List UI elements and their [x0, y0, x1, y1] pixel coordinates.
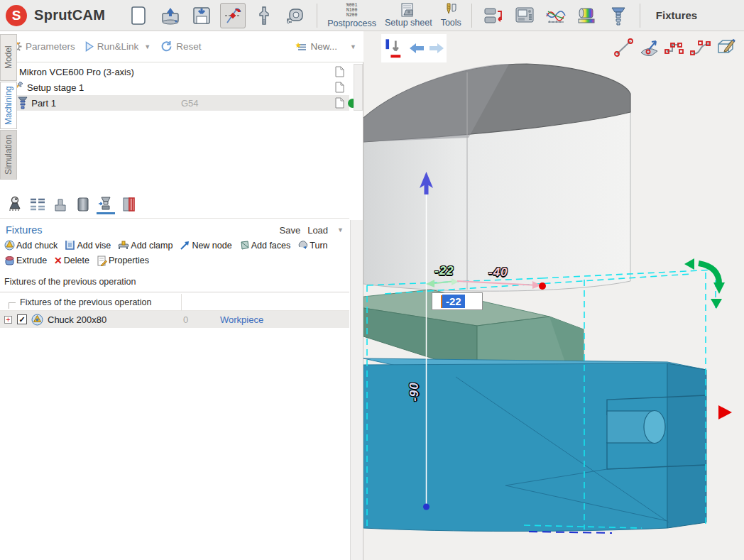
turn-button[interactable]: Turn — [297, 240, 327, 251]
surface-icon[interactable] — [639, 37, 660, 58]
fixture-value: 0 — [183, 314, 188, 325]
edit-3d-icon[interactable] — [716, 37, 737, 58]
open-file-icon[interactable] — [158, 3, 183, 28]
polyline-icon[interactable] — [664, 37, 686, 58]
tab-model[interactable]: Model — [0, 34, 17, 81]
app-window: S SprutCAM %001 N100 N200 Postprocess — [0, 0, 744, 560]
expand-plus-icon[interactable]: + — [4, 316, 12, 324]
workflow-icon[interactable] — [481, 3, 506, 28]
line-icon[interactable] — [613, 37, 635, 58]
tree-line — [9, 302, 16, 309]
fixtures-heading: Fixtures — [6, 224, 43, 236]
clamp-icon — [118, 240, 129, 251]
tab-simulation[interactable]: Simulation — [0, 130, 17, 180]
fixtures-table-header: Fixtures of the previous operation — [0, 294, 349, 311]
dimension-input[interactable]: -22 — [432, 292, 483, 310]
viewport-3d[interactable]: -22 -40 -90 -22 — [363, 31, 744, 560]
fixtures-header: Fixtures Save Load ▼ — [0, 220, 349, 240]
nc-code-icon: %001 N100 N200 — [346, 3, 358, 18]
new-operation-button[interactable]: New... ▼ — [295, 41, 356, 53]
left-panel: Mikron VCE600 Pro (3-axis) − Setup stage… — [0, 62, 363, 560]
tab-machining-result[interactable] — [119, 196, 138, 214]
curves-icon[interactable] — [543, 3, 569, 28]
tool-rainbow-icon[interactable] — [574, 3, 600, 28]
forward-arrow-button[interactable] — [429, 43, 444, 54]
prev-fixtures-label: Fixtures of the previous operation — [4, 277, 136, 287]
document-icon[interactable] — [335, 97, 344, 111]
chuck-icon — [31, 314, 43, 326]
tab-machining[interactable]: Machining — [0, 82, 17, 129]
new-document-icon[interactable] — [126, 3, 152, 28]
new-list-icon — [295, 41, 308, 53]
dimension-label-pink: -40 — [488, 265, 508, 280]
tree-item-setup-stage[interactable]: − Setup stage 1 — [0, 79, 349, 95]
new-node-button[interactable]: New node — [180, 240, 231, 251]
extrude-button[interactable]: Extrude — [4, 256, 47, 266]
input-selected-text: -22 — [442, 295, 465, 308]
chuck-icon — [4, 240, 15, 251]
brand-name: SprutCAM — [34, 7, 105, 23]
tab-stock[interactable] — [51, 196, 70, 214]
fixture-name: Chuck 200x80 — [48, 314, 106, 325]
coordinate-system-icon[interactable] — [383, 38, 405, 59]
document-icon[interactable] — [335, 66, 344, 79]
play-icon — [85, 41, 94, 52]
reset-button[interactable]: Reset — [160, 40, 201, 53]
add-faces-button[interactable]: Add faces — [239, 240, 291, 251]
chevron-down-icon[interactable]: ▼ — [350, 43, 356, 50]
chevron-down-icon[interactable]: ▼ — [337, 226, 344, 234]
load-button[interactable]: Load — [307, 225, 328, 236]
panel-tab-icons — [0, 196, 349, 219]
back-arrow-button[interactable] — [409, 43, 425, 54]
fixture-checkbox[interactable]: ✓ — [17, 314, 27, 324]
setup-sheet-icon — [400, 3, 416, 17]
tree-scrollbar[interactable] — [354, 64, 363, 111]
document-icon[interactable] — [335, 82, 344, 95]
panel-scrollbar[interactable] — [350, 220, 363, 560]
add-clamp-button[interactable]: Add clamp — [118, 240, 173, 251]
parameters-button[interactable]: Parameters — [10, 40, 75, 53]
tab-operations-list[interactable] — [28, 196, 47, 214]
delete-button[interactable]: ✕ Delete — [54, 255, 89, 266]
fixture-chuck-icon[interactable] — [606, 3, 631, 28]
part-fixture-icon — [18, 97, 28, 109]
turn-icon — [297, 240, 308, 251]
tape-measure-icon[interactable] — [283, 3, 308, 28]
tree-item-part[interactable]: └ Part 1 G54 — [0, 95, 349, 111]
spline-icon[interactable] — [690, 37, 711, 58]
caliper-icon[interactable] — [251, 3, 277, 28]
run-link-button[interactable]: Run&Link ▼ — [85, 41, 151, 52]
dimension-label-green: -22 — [434, 264, 454, 278]
tab-model-solid[interactable] — [74, 196, 92, 214]
tab-fixtures[interactable] — [97, 196, 115, 214]
save-icon[interactable] — [189, 3, 214, 28]
properties-button[interactable]: Properties — [97, 256, 149, 266]
save-button[interactable]: Save — [280, 225, 301, 236]
tab-workpiece-probe[interactable] — [6, 196, 24, 214]
tools-button[interactable]: Tools — [441, 1, 461, 31]
snap-tool-icon[interactable] — [220, 3, 246, 28]
control-toolbar: Parameters Run&Link ▼ Reset New... ▼ — [0, 31, 363, 62]
scene-3d — [363, 31, 744, 560]
main-toolbar: S SprutCAM %001 N100 N200 Postprocess — [0, 0, 744, 31]
face-icon — [239, 240, 250, 251]
drill-tool-icon — [444, 3, 458, 17]
delete-x-icon: ✕ — [54, 255, 62, 266]
vise-icon — [65, 240, 75, 251]
properties-icon — [97, 256, 107, 266]
workpiece-link[interactable]: Workpiece — [220, 314, 263, 325]
cnc-panel-icon[interactable] — [512, 3, 537, 28]
postprocess-button[interactable]: %001 N100 N200 Postprocess — [327, 1, 376, 31]
chevron-down-icon[interactable]: ▼ — [144, 43, 151, 50]
coordinate-system-label: G54 — [181, 98, 199, 109]
window-mode-title: Fixtures — [656, 9, 697, 21]
dimension-label-vertical: -90 — [407, 382, 422, 402]
tree-item-machine[interactable]: Mikron VCE600 Pro (3-axis) — [0, 64, 349, 79]
fixture-row-chuck[interactable]: + ✓ Chuck 200x80 0 Workpiece — [0, 311, 349, 328]
divider — [0, 292, 349, 292]
setup-sheet-button[interactable]: Setup sheet — [385, 1, 432, 31]
node-arrow-icon — [180, 240, 190, 251]
add-chuck-button[interactable]: Add chuck — [4, 240, 58, 251]
toolbar-separator — [471, 4, 472, 28]
add-vise-button[interactable]: Add vise — [65, 240, 111, 251]
